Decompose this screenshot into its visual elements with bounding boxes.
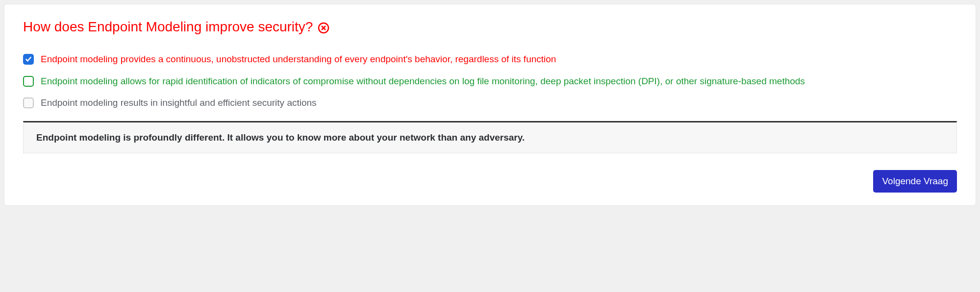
answer-text: Endpoint modeling results in insightful … <box>41 96 957 110</box>
question-row: How does Endpoint Modeling improve secur… <box>23 19 957 35</box>
answer-option[interactable]: Endpoint modeling allows for rapid ident… <box>23 74 957 89</box>
incorrect-icon <box>318 22 329 34</box>
checkbox-unchecked-icon <box>23 97 34 108</box>
next-question-button[interactable]: Volgende Vraag <box>873 170 957 193</box>
explanation-box: Endpoint modeling is profoundly differen… <box>23 121 957 153</box>
answer-text: Endpoint modeling allows for rapid ident… <box>41 74 957 89</box>
question-text: How does Endpoint Modeling improve secur… <box>23 19 313 35</box>
answer-list: Endpoint modeling provides a continuous,… <box>23 52 957 110</box>
checkbox-checked-icon <box>23 54 34 65</box>
footer: Volgende Vraag <box>23 170 957 193</box>
answer-option[interactable]: Endpoint modeling results in insightful … <box>23 96 957 110</box>
answer-text: Endpoint modeling provides a continuous,… <box>41 52 957 67</box>
checkbox-unchecked-icon <box>23 76 34 87</box>
question-card: How does Endpoint Modeling improve secur… <box>4 4 976 206</box>
answer-option[interactable]: Endpoint modeling provides a continuous,… <box>23 52 957 67</box>
explanation-text: Endpoint modeling is profoundly differen… <box>36 132 525 143</box>
